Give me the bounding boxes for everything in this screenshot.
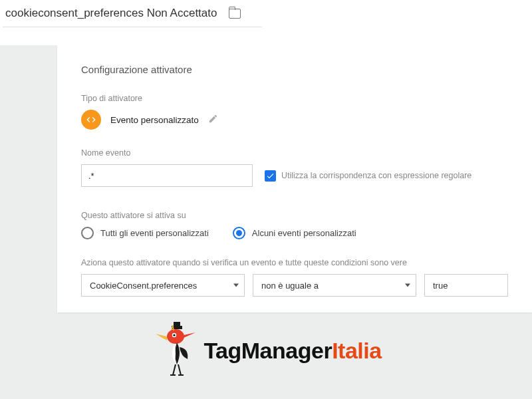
svg-line-6 bbox=[178, 364, 181, 375]
regex-checkbox[interactable] bbox=[265, 170, 276, 182]
event-name-row: Utilizza la corrispondenza con espressio… bbox=[81, 164, 508, 187]
header-bar: cookieconsent_preferences Non Accettato bbox=[3, 0, 262, 27]
radio-some-events[interactable] bbox=[233, 227, 245, 239]
trigger-type-row: Evento personalizzato bbox=[81, 110, 508, 130]
condition-operator-select[interactable]: non è uguale a bbox=[253, 274, 416, 297]
event-name-label: Nome evento bbox=[81, 148, 508, 158]
condition-variable-value: CookieConsent.preferences bbox=[90, 281, 197, 291]
regex-checkbox-label: Utilizza la corrispondenza con espressio… bbox=[281, 171, 471, 180]
svg-line-5 bbox=[173, 364, 176, 375]
custom-event-icon bbox=[81, 110, 101, 130]
trigger-config-panel: Configurazione attivatore Tipo di attiva… bbox=[57, 45, 532, 313]
trigger-type-value: Evento personalizzato bbox=[110, 115, 199, 125]
condition-variable-select[interactable]: CookieConsent.preferences bbox=[81, 274, 245, 297]
logo-text-tag: TagManager bbox=[203, 338, 332, 363]
event-name-input[interactable] bbox=[81, 164, 253, 187]
trigger-type-label: Tipo di attivatore bbox=[81, 94, 508, 103]
chevron-down-icon bbox=[405, 284, 410, 287]
condition-value-input[interactable] bbox=[424, 274, 508, 297]
fires-on-label: Questo attivatore si attiva su bbox=[81, 211, 508, 220]
panel-title: Configurazione attivatore bbox=[81, 64, 508, 75]
logo: TagManagerItalia bbox=[0, 321, 532, 380]
radio-some-events-label: Alcuni eventi personalizzati bbox=[252, 228, 356, 238]
edit-trigger-type-icon[interactable] bbox=[208, 114, 218, 126]
condition-label: Aziona questo attivatore quando si verif… bbox=[81, 258, 508, 267]
radio-all-events[interactable] bbox=[81, 227, 94, 239]
fires-on-row: Tutti gli eventi personalizzati Alcuni e… bbox=[81, 227, 508, 239]
svg-rect-2 bbox=[174, 322, 180, 327]
regex-checkbox-wrap: Utilizza la corrispondenza con espressio… bbox=[265, 170, 471, 182]
condition-operator-value: non è uguale a bbox=[261, 281, 319, 291]
radio-all-events-label: Tutti gli eventi personalizzati bbox=[100, 228, 209, 238]
logo-text-italia: Italia bbox=[332, 338, 381, 363]
woodpecker-icon bbox=[150, 321, 202, 380]
folder-icon[interactable] bbox=[229, 9, 241, 19]
trigger-title[interactable]: cookieconsent_preferences Non Accettato bbox=[5, 7, 217, 20]
condition-row: CookieConsent.preferences non è uguale a bbox=[81, 274, 508, 297]
chevron-down-icon bbox=[233, 284, 239, 287]
svg-point-4 bbox=[174, 334, 176, 336]
